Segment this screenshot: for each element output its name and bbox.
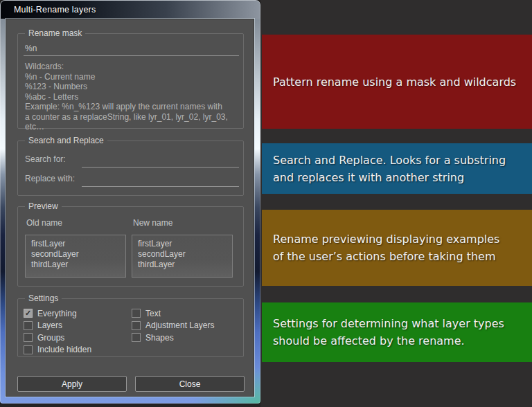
rename-mask-legend: Rename mask	[25, 28, 85, 38]
help-line: %abc - Letters	[25, 92, 239, 102]
search-for-label: Search for:	[25, 154, 66, 164]
checkbox-label: Adjustment Layers	[145, 320, 214, 330]
help-line: Example: %n_%123 will apply the current …	[25, 102, 239, 112]
checkbox-adjustment-layers[interactable]: Adjustment Layers	[132, 321, 214, 330]
title-bar[interactable]: Multi-Rename layers	[1, 1, 260, 19]
help-line: Wildcards:	[25, 62, 239, 72]
checkbox-label: Include hidden	[37, 345, 91, 354]
checkbox-box[interactable]	[24, 309, 33, 318]
checkbox-label: Everything	[37, 309, 77, 318]
list-item[interactable]: firstLayer	[31, 239, 125, 249]
close-button[interactable]: Close	[135, 376, 245, 392]
checkbox-everything[interactable]: Everything	[24, 309, 91, 318]
list-item[interactable]: secondLayer	[138, 249, 232, 260]
old-name-header: Old name	[26, 218, 62, 228]
old-name-listbox[interactable]: firstLayer secondLayer thirdLayer	[25, 235, 126, 278]
checkbox-box[interactable]	[132, 333, 141, 342]
annotation-band-settings: Settings for determining what layer type…	[262, 302, 532, 362]
annotation-band-rename-mask: Pattern rename using a mask and wildcard…	[262, 35, 532, 129]
checkbox-layers[interactable]: Layers	[24, 321, 91, 330]
list-item[interactable]: thirdLayer	[138, 260, 232, 270]
annotation-text: Pattern rename using a mask and wildcard…	[262, 73, 516, 91]
checkbox-groups[interactable]: Groups	[24, 333, 91, 342]
checkbox-box[interactable]	[132, 321, 141, 330]
checkbox-include-hidden[interactable]: Include hidden	[24, 345, 91, 354]
dialog-content: Rename mask Wildcards: %n - Current name…	[6, 19, 254, 397]
preview-legend: Preview	[25, 201, 62, 211]
checkbox-label: Shapes	[145, 333, 174, 343]
checkbox-shapes[interactable]: Shapes	[132, 333, 214, 342]
annotation-text: Search and Replace. Looks for a substrin…	[262, 152, 506, 186]
search-for-input[interactable]	[82, 154, 239, 168]
list-item[interactable]: secondLayer	[31, 249, 125, 260]
checkbox-box[interactable]	[24, 321, 33, 330]
multi-rename-dialog: Multi-Rename layers Rename mask Wildcard…	[0, 0, 260, 404]
new-name-header: New name	[133, 218, 172, 228]
wildcards-help: Wildcards: %n - Current name %123 - Numb…	[25, 62, 239, 132]
checkbox-box[interactable]	[132, 309, 141, 318]
rename-mask-group: Rename mask Wildcards: %n - Current name…	[17, 33, 244, 129]
replace-with-label: Replace with:	[25, 174, 75, 183]
annotation-band-preview: Rename previewing displaying examples of…	[262, 210, 532, 286]
annotation-text: Settings for determining what layer type…	[262, 315, 504, 350]
list-item[interactable]: thirdLayer	[31, 260, 125, 270]
annotation-panel: Pattern rename using a mask and wildcard…	[260, 0, 532, 407]
help-line: %123 - Numbers	[25, 82, 239, 92]
window-title: Multi-Rename layers	[14, 5, 96, 15]
new-name-listbox[interactable]: firstLayer secondLayer thirdLayer	[132, 235, 233, 278]
checkbox-text[interactable]: Text	[132, 309, 214, 318]
checkbox-label: Groups	[37, 333, 64, 343]
help-line: %n - Current name	[25, 72, 239, 82]
screenshot-stage: Multi-Rename layers Rename mask Wildcard…	[0, 0, 532, 407]
help-line: a counter as a replaceString, like lyr_0…	[25, 112, 239, 132]
settings-group: Settings Everything Layers Groups	[17, 298, 244, 357]
checkbox-label: Layers	[37, 320, 62, 330]
rename-mask-input[interactable]	[24, 42, 239, 56]
checkbox-box[interactable]	[24, 333, 33, 342]
replace-with-input[interactable]	[82, 173, 239, 187]
checkbox-box[interactable]	[24, 345, 33, 354]
settings-column-right: Text Adjustment Layers Shapes	[132, 309, 214, 342]
preview-group: Preview Old name New name firstLayer sec…	[17, 206, 244, 287]
apply-button[interactable]: Apply	[17, 376, 127, 392]
search-replace-legend: Search and Replace	[25, 136, 107, 145]
annotation-band-search-replace: Search and Replace. Looks for a substrin…	[262, 143, 532, 194]
settings-legend: Settings	[25, 293, 62, 303]
annotation-text: Rename previewing displaying examples of…	[262, 230, 499, 265]
list-item[interactable]: firstLayer	[138, 239, 232, 249]
search-replace-group: Search and Replace Search for: Replace w…	[17, 141, 244, 196]
checkbox-label: Text	[145, 309, 161, 318]
settings-column-left: Everything Layers Groups Include hidden	[24, 309, 91, 354]
